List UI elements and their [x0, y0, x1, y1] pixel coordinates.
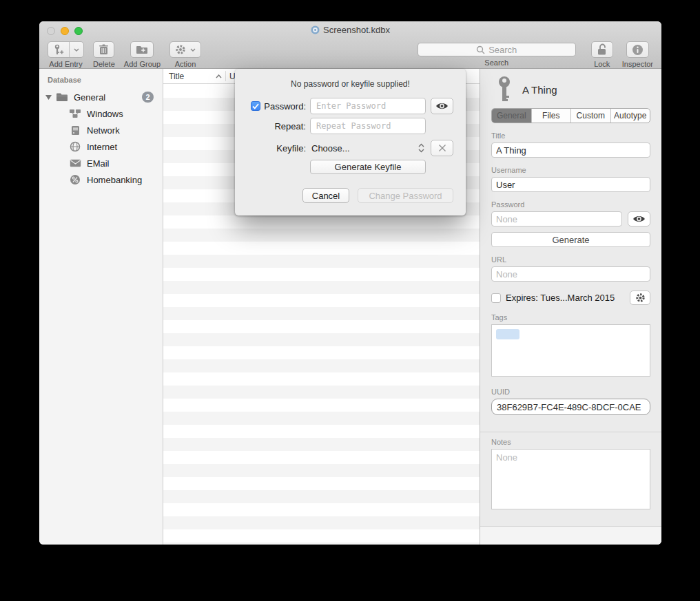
inspector-entry-header: A Thing — [480, 69, 661, 105]
notes-field[interactable] — [491, 449, 650, 509]
column-header-title[interactable]: Title — [163, 69, 225, 83]
add-entry-item: Add Entry — [48, 41, 84, 68]
keyfile-popup-button[interactable]: Choose... — [310, 140, 426, 156]
notes-field-label: Notes — [491, 438, 650, 446]
eye-icon — [632, 215, 646, 223]
dialog-message: No password or keyfile supplied! — [247, 69, 453, 89]
tab-autotype[interactable]: Autotype — [611, 109, 650, 123]
dialog-keyfile-label: Keyfile: — [276, 143, 306, 154]
change-password-button[interactable]: Change Password — [358, 188, 453, 203]
windows-group-icon — [69, 109, 81, 118]
generate-keyfile-button[interactable]: Generate Keyfile — [310, 160, 426, 174]
uuid-field[interactable] — [491, 399, 650, 415]
sidebar-item-network[interactable]: Network — [39, 122, 163, 138]
inspector-label: Inspector — [622, 60, 653, 68]
delete-button[interactable] — [93, 41, 114, 58]
tag-chip[interactable] — [496, 329, 519, 339]
lock-label: Lock — [594, 60, 610, 68]
password-row — [491, 211, 650, 226]
add-entry-dropdown[interactable] — [69, 42, 83, 57]
key-plus-icon[interactable] — [48, 42, 69, 57]
chevron-down-icon — [74, 48, 79, 52]
inspector-panel: A Thing General Files Custom Autotype Ti… — [480, 69, 661, 545]
sidebar-item-label: Internet — [87, 142, 117, 152]
delete-item: Delete — [93, 41, 115, 68]
folder-icon — [56, 92, 68, 102]
title-field[interactable] — [491, 143, 650, 158]
password-field[interactable] — [491, 211, 622, 226]
sidebar-item-label: Network — [87, 125, 120, 136]
macpass-window: Screenshot.kdbx Add Entry D — [39, 21, 661, 545]
delete-label: Delete — [93, 60, 115, 68]
inspector-item: Inspector — [622, 41, 653, 68]
enter-password-field[interactable] — [310, 98, 426, 114]
entry-title: A Thing — [522, 84, 557, 96]
stepper-arrows-icon — [418, 143, 424, 153]
expires-options-button[interactable] — [630, 291, 650, 305]
internet-globe-icon — [69, 141, 81, 152]
tab-custom[interactable]: Custom — [571, 109, 611, 123]
document-proxy-icon — [311, 25, 320, 34]
action-label: Action — [175, 60, 196, 68]
eye-icon — [435, 102, 449, 110]
sidebar-header: Database — [39, 74, 163, 89]
window-title: Screenshot.kdbx — [323, 25, 390, 35]
reveal-password-button[interactable] — [628, 211, 650, 226]
url-field-label: URL — [491, 255, 650, 264]
password-dialog-row: Password: — [247, 98, 453, 114]
lock-button[interactable] — [591, 41, 613, 58]
tab-general[interactable]: General — [492, 109, 532, 123]
chevron-down-icon — [190, 48, 196, 52]
lock-item: Lock — [591, 41, 613, 68]
dialog-repeat-label: Repeat: — [274, 121, 306, 131]
expires-checkbox[interactable] — [491, 293, 501, 303]
dialog-password-label: Password: — [264, 101, 306, 112]
tab-files[interactable]: Files — [532, 109, 572, 123]
repeat-password-field[interactable] — [310, 118, 426, 134]
add-entry-button[interactable] — [48, 41, 84, 58]
sidebar-item-email[interactable]: EMail — [39, 155, 163, 171]
inspector-tabs: General Files Custom Autotype — [491, 108, 650, 123]
username-field[interactable] — [491, 177, 650, 192]
search-item: Search Search — [418, 41, 576, 67]
change-password-dialog: No password or keyfile supplied! Passwor… — [235, 69, 466, 215]
expires-label: Expires: Tues...March 2015 — [506, 293, 625, 303]
sort-ascending-icon — [216, 74, 222, 78]
title-proxy: Screenshot.kdbx — [39, 25, 661, 35]
username-field-label: Username — [491, 166, 650, 174]
password-field-label: Password — [491, 200, 650, 209]
reveal-password-button[interactable] — [431, 98, 453, 114]
search-label: Search — [484, 59, 508, 67]
sidebar-item-windows[interactable]: Windows — [39, 105, 163, 122]
sidebar-item-homebanking[interactable]: Homebanking — [39, 171, 163, 188]
url-field[interactable] — [491, 266, 650, 282]
sidebar: Database General 2 Windows — [39, 69, 163, 545]
password-left-zone: Password: — [247, 101, 306, 112]
tags-box[interactable] — [491, 324, 650, 377]
repeat-left-zone: Repeat: — [247, 121, 306, 131]
clear-keyfile-button[interactable] — [431, 140, 453, 156]
disclosure-triangle-icon[interactable] — [44, 95, 53, 100]
key-icon — [497, 76, 512, 103]
column-title-label: Title — [169, 72, 184, 81]
add-group-button[interactable] — [130, 41, 154, 58]
title-field-label: Title — [491, 131, 650, 140]
info-icon — [632, 44, 644, 56]
add-group-item: Add Group — [124, 41, 161, 68]
sidebar-item-internet[interactable]: Internet — [39, 138, 163, 155]
action-button[interactable] — [169, 41, 201, 58]
column-header-username[interactable]: U — [226, 72, 236, 81]
sidebar-item-label: Windows — [87, 109, 123, 119]
folder-plus-icon — [136, 45, 148, 54]
generate-password-button[interactable]: Generate — [491, 232, 650, 247]
keyfile-dialog-row: Keyfile: Choose... — [247, 140, 453, 156]
sidebar-item-general[interactable]: General 2 — [39, 89, 163, 105]
keyfile-popup-value: Choose... — [311, 143, 350, 154]
titlebar[interactable]: Screenshot.kdbx — [39, 21, 661, 39]
search-input[interactable]: Search — [418, 43, 576, 56]
inspector-footer — [480, 526, 661, 545]
window-header: Screenshot.kdbx Add Entry D — [39, 21, 661, 69]
password-checkbox[interactable] — [251, 101, 260, 111]
cancel-button[interactable]: Cancel — [302, 188, 349, 203]
inspector-button[interactable] — [626, 41, 649, 58]
